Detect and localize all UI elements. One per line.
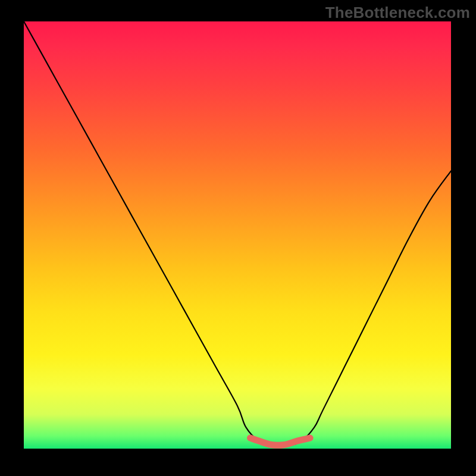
watermark-text: TheBottleneck.com <box>325 4 470 22</box>
chart-frame: TheBottleneck.com <box>0 0 476 476</box>
valley-highlight <box>250 438 311 445</box>
bottleneck-curve <box>24 21 451 446</box>
curve-layer <box>24 21 451 449</box>
plot-area <box>24 21 451 449</box>
